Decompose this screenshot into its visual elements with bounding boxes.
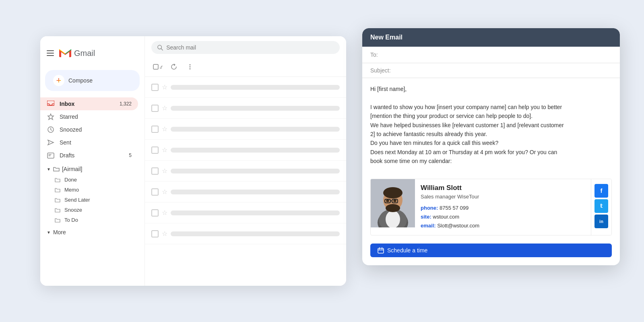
body-line3: I wanted to show you how [insert your co… [370,103,612,111]
folder-label-memo: Memo [64,187,79,193]
search-bar[interactable] [151,41,340,54]
twitter-button[interactable]: 𝕥 [594,199,608,213]
folder-icon [53,166,60,172]
table-row[interactable]: ☆ [145,202,346,223]
sidebar-item-snoozed[interactable]: Snoozed [40,123,138,136]
star-icon[interactable]: ☆ [162,209,167,217]
star-icon[interactable]: ☆ [162,167,167,175]
snoozed-label: Snoozed [60,126,82,133]
row-checkbox[interactable] [151,84,159,91]
folder-item-done[interactable]: Done [40,175,144,185]
row-checkbox[interactable] [151,105,159,112]
svg-point-12 [190,66,191,68]
body-line9: book some time on my calendar: [370,157,612,165]
row-checkbox[interactable] [151,188,159,196]
folder-label-todo: To Do [64,217,78,223]
star-icon[interactable]: ☆ [162,230,167,237]
calendar-icon [378,247,384,254]
star-icon[interactable]: ☆ [162,104,167,112]
hamburger-icon[interactable] [47,50,54,56]
sig-social-icons: f 𝕥 in [591,179,611,235]
row-checkbox[interactable] [151,209,159,217]
search-icon [157,44,163,51]
svg-marker-10 [174,64,175,66]
email-content-bar [171,211,340,215]
folder-item-sendlater[interactable]: Send Later [40,195,144,205]
star-icon[interactable]: ☆ [162,125,167,133]
sig-site: wstour.com [433,214,459,220]
table-row[interactable]: ☆ [145,98,346,119]
sig-phone-row: phone: 8755 57 099 [421,204,585,213]
folder-item-memo[interactable]: Memo [40,185,144,195]
facebook-button[interactable]: f [594,184,608,198]
airmail-folder-toggle[interactable]: ▼ [Airmail] [40,163,144,175]
table-row[interactable]: ☆ [145,77,346,98]
compose-body[interactable]: Hi [first name], I wanted to show you ho… [362,78,620,172]
starred-label: Starred [60,114,78,120]
to-label: To: [370,52,378,58]
svg-line-7 [161,49,163,50]
folder-icon-todo [55,217,60,223]
row-checkbox[interactable] [151,230,159,237]
inbox-badge: 1,322 [120,101,132,107]
svg-marker-2 [48,114,54,120]
star-icon[interactable]: ☆ [162,83,167,91]
select-all-checkbox[interactable] [151,60,164,73]
email-list: ☆ ☆ ☆ ☆ ☆ ☆ ☆ ☆ [145,77,346,286]
sig-phone-label: phone: [421,205,438,211]
svg-point-20 [386,204,400,212]
schedule-button[interactable]: Schedule a time [370,244,612,257]
sig-email-label: email: [421,223,436,229]
table-row[interactable]: ☆ [145,140,346,161]
chevron-down-icon-more: ▼ [47,230,51,235]
compose-button[interactable]: + Compose [45,70,140,91]
svg-marker-9 [160,66,162,69]
svg-point-19 [383,187,402,198]
row-checkbox[interactable] [151,167,159,175]
folder-label-sendlater: Send Later [64,197,90,203]
subject-label: Subject: [370,67,391,74]
compose-plus-icon: + [53,75,64,86]
folder-item-snooze[interactable]: Snooze [40,205,144,215]
to-input[interactable] [381,52,612,58]
gmail-main: ☆ ☆ ☆ ☆ ☆ ☆ ☆ ☆ [145,36,346,286]
table-row[interactable]: ☆ [145,119,346,140]
sidebar-item-drafts[interactable]: Drafts 5 [40,149,138,162]
row-checkbox[interactable] [151,126,159,133]
folder-item-todo[interactable]: To Do [40,215,144,225]
table-row[interactable]: ☆ [145,223,346,244]
more-options-button[interactable] [184,60,196,73]
sig-name: William Slott [421,184,585,192]
email-content-bar [171,169,340,173]
table-row[interactable]: ☆ [145,182,346,202]
sig-title: Sales manager WiseTour [421,194,585,200]
email-content-bar [171,127,340,132]
email-content-bar [171,85,340,90]
svg-point-11 [190,64,191,66]
gmail-wordmark: Gmail [74,49,95,58]
sig-site-row: site: wstour.com [421,213,585,221]
row-checkbox[interactable] [151,147,159,154]
svg-point-17 [386,211,400,227]
star-icon [47,113,55,121]
star-icon[interactable]: ☆ [162,188,167,196]
gmail-sidebar: Gmail + Compose Inbox 1,322 Starred [40,36,145,286]
gmail-logo: Gmail [58,46,95,60]
sig-email-row: email: Slott@wstour.com [421,221,585,230]
sidebar-item-sent[interactable]: Sent [40,136,138,149]
more-toggle[interactable]: ▼ More [40,227,144,238]
inbox-icon [47,100,55,108]
star-icon[interactable]: ☆ [162,146,167,154]
table-row[interactable]: ☆ [145,161,346,182]
chevron-down-icon: ▼ [47,167,51,171]
refresh-button[interactable] [167,60,180,73]
svg-rect-5 [47,153,54,158]
linkedin-button[interactable]: in [594,215,608,228]
sidebar-item-starred[interactable]: Starred [40,110,138,123]
subject-input[interactable] [394,67,612,74]
search-input[interactable] [166,44,334,51]
sidebar-item-inbox[interactable]: Inbox 1,322 [40,97,138,110]
more-label: More [53,229,66,235]
body-line7: Do you have ten minutes for a quick call… [370,138,612,147]
email-toolbar [145,59,346,77]
